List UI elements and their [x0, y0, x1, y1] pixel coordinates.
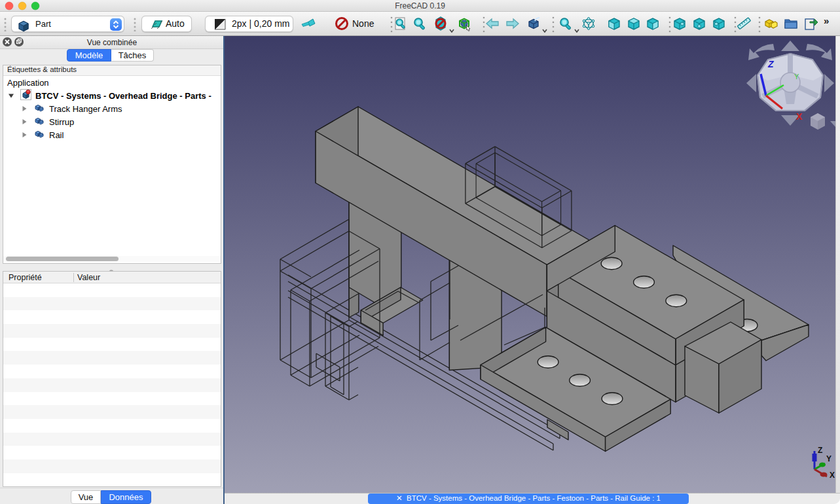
svg-text:Z: Z: [818, 446, 822, 455]
svg-text:X: X: [796, 111, 803, 122]
svg-text:Z: Z: [767, 59, 774, 69]
svg-text:Y: Y: [794, 73, 799, 81]
svg-text:Y: Y: [826, 454, 831, 463]
svg-text:X: X: [830, 471, 835, 480]
